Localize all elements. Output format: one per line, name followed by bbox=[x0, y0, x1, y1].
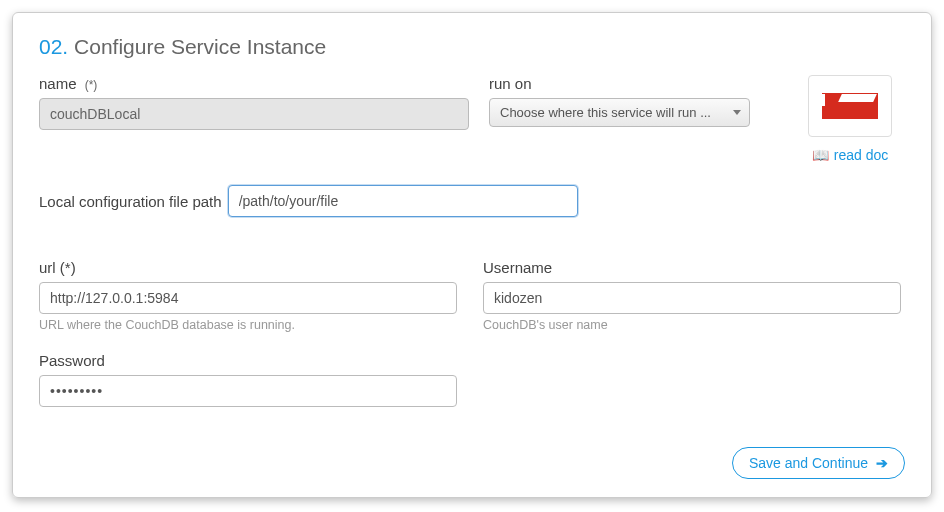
row-url-username: url (*) URL where the CouchDB database i… bbox=[39, 259, 905, 332]
required-marker: (*) bbox=[85, 78, 98, 92]
section-title: Configure Service Instance bbox=[74, 35, 326, 58]
url-label: url (*) bbox=[39, 259, 457, 276]
config-panel: 02. Configure Service Instance name (*) … bbox=[12, 12, 932, 498]
url-input[interactable] bbox=[39, 282, 457, 314]
footer-actions: Save and Continue ➔ bbox=[732, 447, 905, 479]
password-input[interactable] bbox=[39, 375, 457, 407]
name-input bbox=[39, 98, 469, 130]
logo-column: 📖 read doc bbox=[795, 75, 905, 163]
username-input[interactable] bbox=[483, 282, 901, 314]
config-path-row: Local configuration file path bbox=[39, 185, 905, 217]
book-icon: 📖 bbox=[812, 147, 829, 163]
row-name-runon: name (*) run on Choose where this servic… bbox=[39, 75, 905, 163]
url-help-text: URL where the CouchDB database is runnin… bbox=[39, 318, 457, 332]
runon-placeholder: Choose where this service will run ... bbox=[500, 105, 711, 120]
chevron-down-icon bbox=[733, 110, 741, 115]
section-number: 02. bbox=[39, 35, 68, 58]
runon-select[interactable]: Choose where this service will run ... bbox=[489, 98, 750, 127]
read-doc-label: read doc bbox=[834, 147, 888, 163]
row-password: Password bbox=[39, 352, 905, 407]
section-heading: 02. Configure Service Instance bbox=[39, 35, 905, 59]
couchdb-logo-icon bbox=[822, 93, 878, 119]
url-field-group: url (*) URL where the CouchDB database i… bbox=[39, 259, 457, 332]
service-logo bbox=[808, 75, 892, 137]
name-label: name (*) bbox=[39, 75, 469, 92]
username-label: Username bbox=[483, 259, 901, 276]
username-help-text: CouchDB's user name bbox=[483, 318, 901, 332]
save-continue-label: Save and Continue bbox=[749, 455, 868, 471]
password-field-group: Password bbox=[39, 352, 457, 407]
password-label: Password bbox=[39, 352, 457, 369]
save-continue-button[interactable]: Save and Continue ➔ bbox=[732, 447, 905, 479]
username-field-group: Username CouchDB's user name bbox=[483, 259, 901, 332]
runon-field-group: run on Choose where this service will ru… bbox=[489, 75, 769, 127]
arrow-right-icon: ➔ bbox=[876, 455, 888, 471]
config-path-input[interactable] bbox=[228, 185, 578, 217]
runon-label: run on bbox=[489, 75, 769, 92]
config-path-label: Local configuration file path bbox=[39, 193, 222, 210]
name-field-group: name (*) bbox=[39, 75, 469, 130]
read-doc-link[interactable]: 📖 read doc bbox=[812, 147, 888, 163]
